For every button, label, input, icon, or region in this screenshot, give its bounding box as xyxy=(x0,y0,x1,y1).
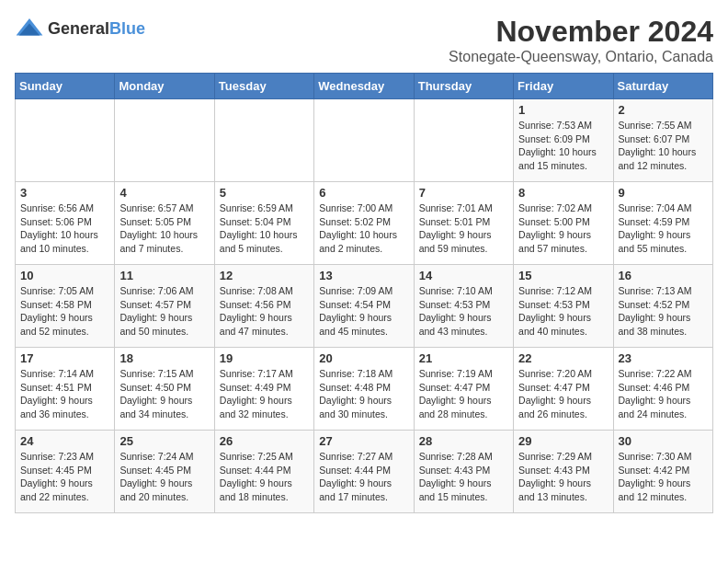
day-number: 20 xyxy=(319,351,408,365)
calendar-cell: 25Sunrise: 7:24 AM Sunset: 4:45 PM Dayli… xyxy=(115,431,214,513)
day-number: 27 xyxy=(319,434,408,448)
calendar-cell: 14Sunrise: 7:10 AM Sunset: 4:53 PM Dayli… xyxy=(414,265,513,348)
day-number: 16 xyxy=(619,269,708,282)
day-number: 17 xyxy=(20,351,109,365)
calendar-cell xyxy=(115,99,214,182)
day-number: 22 xyxy=(518,351,608,365)
logo: GeneralBlue xyxy=(15,15,145,44)
day-info: Sunrise: 7:55 AM Sunset: 6:07 PM Dayligh… xyxy=(619,119,708,173)
calendar-cell: 8Sunrise: 7:02 AM Sunset: 5:00 PM Daylig… xyxy=(514,182,613,265)
day-number: 25 xyxy=(119,434,209,448)
logo-general: GeneralBlue xyxy=(48,20,145,39)
calendar-cell: 4Sunrise: 6:57 AM Sunset: 5:05 PM Daylig… xyxy=(115,182,214,265)
header-saturday: Saturday xyxy=(613,74,712,99)
day-info: Sunrise: 7:08 AM Sunset: 4:56 PM Dayligh… xyxy=(220,284,309,339)
calendar-cell: 9Sunrise: 7:04 AM Sunset: 4:59 PM Daylig… xyxy=(613,182,712,265)
day-number: 15 xyxy=(518,269,608,282)
day-info: Sunrise: 7:20 AM Sunset: 4:47 PM Dayligh… xyxy=(518,367,608,421)
day-info: Sunrise: 7:19 AM Sunset: 4:47 PM Dayligh… xyxy=(419,367,508,421)
day-info: Sunrise: 7:29 AM Sunset: 4:43 PM Dayligh… xyxy=(518,450,608,504)
day-info: Sunrise: 7:06 AM Sunset: 4:57 PM Dayligh… xyxy=(119,284,209,339)
calendar-week-3: 17Sunrise: 7:14 AM Sunset: 4:51 PM Dayli… xyxy=(16,348,713,431)
day-number: 12 xyxy=(220,269,309,282)
day-info: Sunrise: 7:17 AM Sunset: 4:49 PM Dayligh… xyxy=(220,367,309,421)
day-info: Sunrise: 7:05 AM Sunset: 4:58 PM Dayligh… xyxy=(20,284,109,339)
calendar-cell: 5Sunrise: 6:59 AM Sunset: 5:04 PM Daylig… xyxy=(214,182,313,265)
calendar-week-4: 24Sunrise: 7:23 AM Sunset: 4:45 PM Dayli… xyxy=(16,431,713,513)
day-info: Sunrise: 7:23 AM Sunset: 4:45 PM Dayligh… xyxy=(20,450,109,504)
calendar-cell: 30Sunrise: 7:30 AM Sunset: 4:42 PM Dayli… xyxy=(613,431,712,513)
day-number: 23 xyxy=(619,351,708,365)
header-monday: Monday xyxy=(115,74,214,99)
day-info: Sunrise: 7:15 AM Sunset: 4:50 PM Dayligh… xyxy=(119,367,209,421)
day-info: Sunrise: 7:25 AM Sunset: 4:44 PM Dayligh… xyxy=(220,450,309,504)
calendar-week-1: 3Sunrise: 6:56 AM Sunset: 5:06 PM Daylig… xyxy=(16,182,713,265)
calendar-cell: 17Sunrise: 7:14 AM Sunset: 4:51 PM Dayli… xyxy=(16,348,115,431)
day-info: Sunrise: 7:27 AM Sunset: 4:44 PM Dayligh… xyxy=(319,450,408,504)
day-info: Sunrise: 7:10 AM Sunset: 4:53 PM Dayligh… xyxy=(419,284,508,339)
header-thursday: Thursday xyxy=(414,74,513,99)
location-title: Stonegate-Queensway, Ontario, Canada xyxy=(449,49,713,65)
day-number: 4 xyxy=(119,186,209,200)
day-info: Sunrise: 7:24 AM Sunset: 4:45 PM Dayligh… xyxy=(119,450,209,504)
day-number: 1 xyxy=(518,103,608,117)
day-number: 5 xyxy=(220,186,309,200)
calendar-table: SundayMondayTuesdayWednesdayThursdayFrid… xyxy=(15,73,713,513)
page-header: GeneralBlue November 2024 Stonegate-Quee… xyxy=(15,15,713,65)
day-info: Sunrise: 7:13 AM Sunset: 4:52 PM Dayligh… xyxy=(619,284,708,339)
day-number: 3 xyxy=(20,186,109,200)
day-number: 19 xyxy=(220,351,309,365)
calendar-cell xyxy=(314,99,414,182)
day-info: Sunrise: 7:22 AM Sunset: 4:46 PM Dayligh… xyxy=(619,367,708,421)
calendar-cell: 27Sunrise: 7:27 AM Sunset: 4:44 PM Dayli… xyxy=(314,431,414,513)
day-info: Sunrise: 7:53 AM Sunset: 6:09 PM Dayligh… xyxy=(518,119,608,173)
day-info: Sunrise: 6:59 AM Sunset: 5:04 PM Dayligh… xyxy=(220,201,309,256)
calendar-cell: 26Sunrise: 7:25 AM Sunset: 4:44 PM Dayli… xyxy=(214,431,313,513)
calendar-cell: 2Sunrise: 7:55 AM Sunset: 6:07 PM Daylig… xyxy=(613,99,712,182)
calendar-cell: 6Sunrise: 7:00 AM Sunset: 5:02 PM Daylig… xyxy=(314,182,414,265)
calendar-cell: 23Sunrise: 7:22 AM Sunset: 4:46 PM Dayli… xyxy=(613,348,712,431)
day-info: Sunrise: 6:56 AM Sunset: 5:06 PM Dayligh… xyxy=(20,201,109,256)
day-info: Sunrise: 7:28 AM Sunset: 4:43 PM Dayligh… xyxy=(419,450,508,504)
calendar-cell: 7Sunrise: 7:01 AM Sunset: 5:01 PM Daylig… xyxy=(414,182,513,265)
day-number: 14 xyxy=(419,269,508,282)
month-title: November 2024 xyxy=(449,15,713,49)
calendar-cell: 19Sunrise: 7:17 AM Sunset: 4:49 PM Dayli… xyxy=(214,348,313,431)
day-info: Sunrise: 6:57 AM Sunset: 5:05 PM Dayligh… xyxy=(119,201,209,256)
calendar-cell: 28Sunrise: 7:28 AM Sunset: 4:43 PM Dayli… xyxy=(414,431,513,513)
calendar-cell xyxy=(414,99,513,182)
day-number: 30 xyxy=(619,434,708,448)
calendar-cell: 24Sunrise: 7:23 AM Sunset: 4:45 PM Dayli… xyxy=(16,431,115,513)
day-info: Sunrise: 7:02 AM Sunset: 5:00 PM Dayligh… xyxy=(518,201,608,256)
day-info: Sunrise: 7:01 AM Sunset: 5:01 PM Dayligh… xyxy=(419,201,508,256)
day-number: 10 xyxy=(20,269,109,282)
day-info: Sunrise: 7:18 AM Sunset: 4:48 PM Dayligh… xyxy=(319,367,408,421)
day-number: 7 xyxy=(419,186,508,200)
calendar-cell xyxy=(214,99,313,182)
day-info: Sunrise: 7:00 AM Sunset: 5:02 PM Dayligh… xyxy=(319,201,408,256)
calendar-cell: 12Sunrise: 7:08 AM Sunset: 4:56 PM Dayli… xyxy=(214,265,313,348)
calendar-cell: 1Sunrise: 7:53 AM Sunset: 6:09 PM Daylig… xyxy=(514,99,613,182)
day-number: 24 xyxy=(20,434,109,448)
day-number: 11 xyxy=(119,269,209,282)
calendar-cell: 20Sunrise: 7:18 AM Sunset: 4:48 PM Dayli… xyxy=(314,348,414,431)
day-number: 28 xyxy=(419,434,508,448)
day-number: 8 xyxy=(518,186,608,200)
day-info: Sunrise: 7:09 AM Sunset: 4:54 PM Dayligh… xyxy=(319,284,408,339)
day-number: 9 xyxy=(619,186,708,200)
calendar-week-0: 1Sunrise: 7:53 AM Sunset: 6:09 PM Daylig… xyxy=(16,99,713,182)
day-info: Sunrise: 7:14 AM Sunset: 4:51 PM Dayligh… xyxy=(20,367,109,421)
day-number: 13 xyxy=(319,269,408,282)
day-number: 2 xyxy=(619,103,708,117)
header-sunday: Sunday xyxy=(16,74,115,99)
calendar-cell: 18Sunrise: 7:15 AM Sunset: 4:50 PM Dayli… xyxy=(115,348,214,431)
calendar-cell: 13Sunrise: 7:09 AM Sunset: 4:54 PM Dayli… xyxy=(314,265,414,348)
day-number: 6 xyxy=(319,186,408,200)
day-number: 26 xyxy=(220,434,309,448)
logo-icon xyxy=(15,15,44,44)
day-number: 29 xyxy=(518,434,608,448)
calendar-cell xyxy=(16,99,115,182)
day-info: Sunrise: 7:04 AM Sunset: 4:59 PM Dayligh… xyxy=(619,201,708,256)
calendar-cell: 3Sunrise: 6:56 AM Sunset: 5:06 PM Daylig… xyxy=(16,182,115,265)
calendar-cell: 10Sunrise: 7:05 AM Sunset: 4:58 PM Dayli… xyxy=(16,265,115,348)
